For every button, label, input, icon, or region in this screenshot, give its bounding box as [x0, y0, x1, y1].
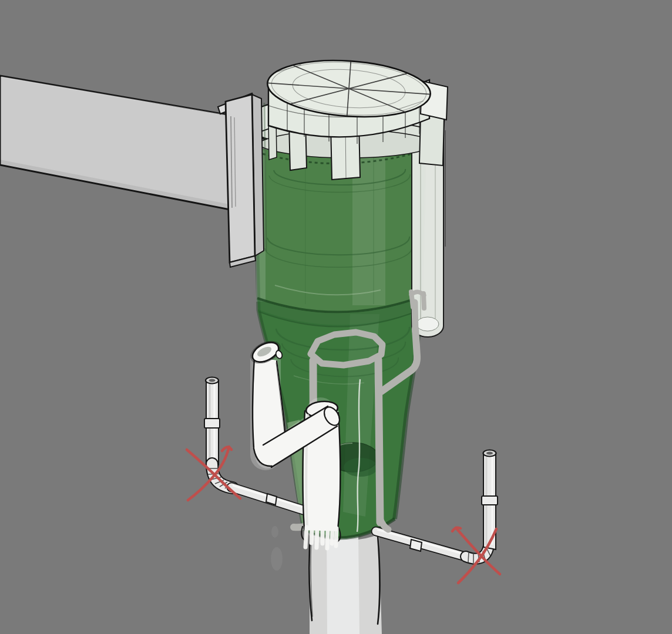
- sketch-tube-right: [378, 359, 380, 522]
- scene-canvas[interactable]: [0, 0, 672, 634]
- pipe-end-hole: [486, 452, 493, 455]
- channel-end-cap: [416, 317, 439, 331]
- bracket-plate: [226, 95, 255, 262]
- smudge: [271, 547, 283, 571]
- pipe-coupling: [482, 496, 498, 505]
- smudge: [271, 526, 278, 538]
- pipe-end-hole: [209, 379, 216, 382]
- pipe-coupling: [204, 419, 220, 428]
- cad-viewport[interactable]: [0, 0, 672, 634]
- inner-outlet-ring: [344, 458, 378, 477]
- lug-tab: [419, 115, 444, 166]
- outlet-pipe-highlight: [327, 531, 359, 634]
